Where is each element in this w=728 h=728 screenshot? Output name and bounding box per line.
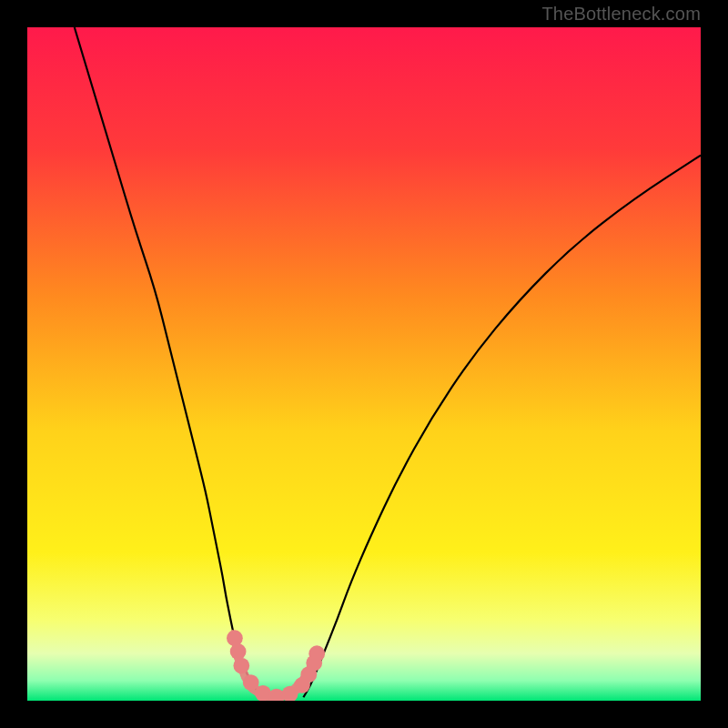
chart-svg	[27, 27, 701, 701]
marker-dot	[243, 674, 259, 691]
marker-dot	[233, 658, 249, 674]
marker-dot	[308, 645, 325, 662]
plot-area	[27, 27, 701, 701]
chart-frame: TheBottleneck.com	[0, 0, 728, 728]
gradient-background	[27, 27, 701, 701]
marker-dot	[230, 643, 247, 660]
marker-dot	[227, 630, 243, 646]
watermark-text: TheBottleneck.com	[541, 4, 701, 25]
